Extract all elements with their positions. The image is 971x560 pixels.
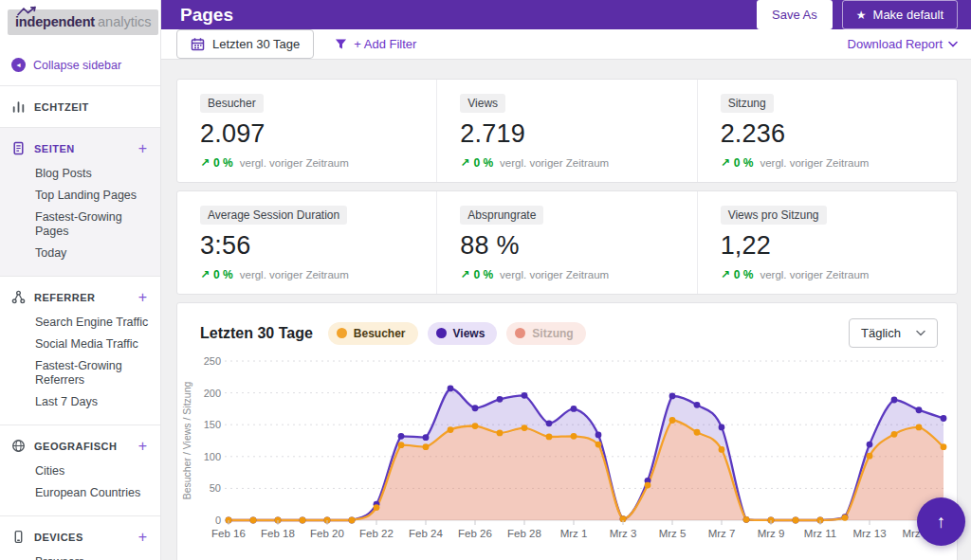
metric-change: ↗ 0 % vergl. voriger Zeitraum bbox=[200, 156, 413, 170]
section-items: Blog Posts Top Landing Pages Fastest-Gro… bbox=[0, 163, 160, 270]
sidebar-section-seiten: SEITEN + Blog Posts Top Landing Pages Fa… bbox=[0, 128, 160, 277]
sidebar-item-fastest-growing-referrers[interactable]: Fastest-Growing Referrers bbox=[0, 355, 160, 391]
metrics-row-1: Besucher 2.097 ↗ 0 % vergl. voriger Zeit… bbox=[176, 79, 958, 183]
metric-value: 2.097 bbox=[200, 119, 413, 149]
chart-title: Letzten 30 Tage bbox=[200, 325, 313, 342]
interval-selected-label: Täglich bbox=[861, 326, 901, 340]
svg-text:Mrz 5: Mrz 5 bbox=[659, 528, 687, 539]
metric-change: ↗ 0 % vergl. voriger Zeitraum bbox=[200, 268, 413, 281]
section-items: Cities European Countries bbox=[0, 461, 160, 510]
metric-card-sitzung: Sitzung 2.236 ↗ 0 % vergl. voriger Zeitr… bbox=[697, 80, 957, 182]
chevron-down-icon bbox=[916, 330, 925, 336]
download-report-button[interactable]: Download Report bbox=[848, 37, 958, 51]
metric-value: 2.236 bbox=[721, 119, 934, 149]
svg-text:100: 100 bbox=[204, 451, 221, 462]
save-as-button[interactable]: Save As bbox=[757, 0, 833, 29]
section-label: SEITEN bbox=[34, 143, 128, 154]
mobile-device-icon bbox=[11, 530, 26, 544]
sidebar-section-referrer: REFERRER + Search Engine Traffic Social … bbox=[0, 277, 160, 425]
section-label: REFERRER bbox=[34, 292, 128, 303]
sidebar-item-last-7-days[interactable]: Last 7 Days bbox=[0, 391, 160, 413]
sidebar-item-referrer[interactable]: REFERRER + bbox=[0, 282, 160, 312]
add-report-button[interactable]: + bbox=[137, 442, 149, 451]
add-report-button[interactable]: + bbox=[137, 293, 149, 302]
sidebar-item-browsers[interactable]: Browsers bbox=[0, 551, 160, 560]
sidebar-item-geografisch[interactable]: GEOGRAFISCH + bbox=[0, 431, 160, 461]
referrer-network-icon bbox=[11, 290, 26, 304]
metric-change-percent: 0 % bbox=[213, 268, 233, 281]
scroll-to-top-button[interactable]: ↑ bbox=[917, 497, 965, 546]
add-filter-button[interactable]: + Add Filter bbox=[335, 37, 416, 51]
metric-value: 3:56 bbox=[200, 231, 413, 261]
svg-text:Besucher / Views / Sitzung: Besucher / Views / Sitzung bbox=[181, 381, 192, 499]
metric-label: Sitzung bbox=[721, 94, 774, 113]
svg-text:250: 250 bbox=[204, 355, 221, 367]
arrow-up-icon: ↑ bbox=[937, 512, 946, 533]
collapse-sidebar-label: Collapse sidebar bbox=[33, 59, 121, 72]
metric-compare-label: vergl. voriger Zeitraum bbox=[760, 269, 869, 280]
svg-text:Feb 20: Feb 20 bbox=[310, 528, 344, 539]
independent-analytics-logo: independentanalytics bbox=[8, 9, 158, 35]
metric-card-besucher: Besucher 2.097 ↗ 0 % vergl. voriger Zeit… bbox=[177, 80, 436, 182]
svg-text:200: 200 bbox=[204, 388, 221, 399]
trend-up-icon: ↗ bbox=[200, 156, 210, 170]
sidebar-item-today[interactable]: Today bbox=[0, 243, 160, 264]
sidebar-item-top-landing-pages[interactable]: Top Landing Pages bbox=[0, 185, 160, 207]
metric-label: Views pro Sitzung bbox=[721, 206, 827, 225]
sidebar-item-social-media-traffic[interactable]: Social Media Traffic bbox=[0, 334, 160, 355]
sidebar-item-european-countries[interactable]: European Countries bbox=[0, 482, 160, 504]
metric-label: Views bbox=[460, 94, 505, 113]
add-report-button[interactable]: + bbox=[137, 144, 149, 154]
collapse-sidebar-button[interactable]: ◂ Collapse sidebar bbox=[0, 45, 160, 86]
add-report-button[interactable]: + bbox=[137, 533, 149, 542]
metric-change-percent: 0 % bbox=[734, 156, 754, 170]
sidebar-item-search-engine-traffic[interactable]: Search Engine Traffic bbox=[0, 312, 160, 334]
sidebar-item-echtzeit[interactable]: ECHTZEIT bbox=[0, 92, 160, 121]
sidebar-item-cities[interactable]: Cities bbox=[0, 461, 160, 482]
metric-label: Besucher bbox=[200, 94, 264, 113]
logo-row: independentanalytics bbox=[0, 0, 160, 45]
legend-dot-icon bbox=[436, 328, 447, 338]
svg-text:Feb 24: Feb 24 bbox=[409, 528, 443, 539]
section-label: DEVICES bbox=[34, 532, 128, 543]
chart-header: Letzten 30 Tage Besucher Views Sitzun bbox=[177, 303, 957, 353]
trend-up-icon: ↗ bbox=[721, 268, 730, 281]
realtime-bars-icon bbox=[11, 99, 26, 114]
section-items: Browsers OS bbox=[0, 551, 160, 560]
metric-label: Average Session Duration bbox=[200, 206, 347, 225]
svg-text:0: 0 bbox=[215, 515, 221, 526]
calendar-icon bbox=[191, 37, 205, 51]
metric-change: ↗ 0 % vergl. voriger Zeitraum bbox=[721, 268, 934, 281]
report-content: Besucher 2.097 ↗ 0 % vergl. voriger Zeit… bbox=[161, 60, 971, 560]
svg-text:50: 50 bbox=[210, 482, 221, 494]
logo-text-secondary: analytics bbox=[98, 14, 151, 29]
trend-up-icon: ↗ bbox=[200, 268, 210, 281]
interval-select[interactable]: Täglich bbox=[849, 318, 938, 348]
sidebar: independentanalytics ◂ Collapse sidebar … bbox=[0, 0, 161, 560]
make-default-button[interactable]: ★ Make default bbox=[842, 0, 958, 29]
svg-text:Mrz 1: Mrz 1 bbox=[560, 528, 588, 539]
svg-text:Mrz 3: Mrz 3 bbox=[610, 528, 637, 539]
sidebar-item-seiten[interactable]: SEITEN + bbox=[0, 134, 160, 163]
svg-text:Mrz 13: Mrz 13 bbox=[852, 528, 886, 539]
metric-value: 1,22 bbox=[721, 231, 934, 261]
legend-toggle-besucher[interactable]: Besucher bbox=[328, 322, 418, 345]
trend-up-icon: ↗ bbox=[460, 268, 469, 281]
sidebar-section-echtzeit: ECHTZEIT bbox=[0, 86, 160, 128]
chart-legend: Besucher Views Sitzung bbox=[328, 322, 849, 345]
svg-text:Mrz 7: Mrz 7 bbox=[708, 528, 736, 539]
sidebar-item-blog-posts[interactable]: Blog Posts bbox=[0, 163, 160, 185]
legend-label: Besucher bbox=[354, 327, 406, 340]
sidebar-item-devices[interactable]: DEVICES + bbox=[0, 522, 160, 551]
traffic-chart-card: Letzten 30 Tage Besucher Views Sitzun bbox=[176, 302, 958, 560]
star-icon: ★ bbox=[856, 9, 867, 21]
svg-text:Feb 26: Feb 26 bbox=[458, 528, 492, 539]
legend-toggle-sitzung[interactable]: Sitzung bbox=[506, 322, 585, 345]
make-default-label: Make default bbox=[873, 8, 944, 22]
sidebar-item-fastest-growing-pages[interactable]: Fastest-Growing Pages bbox=[0, 207, 160, 243]
legend-label: Views bbox=[453, 327, 486, 340]
metric-compare-label: vergl. voriger Zeitraum bbox=[240, 157, 349, 169]
date-range-button[interactable]: Letzten 30 Tage bbox=[176, 29, 314, 59]
app-window: independentanalytics ◂ Collapse sidebar … bbox=[0, 0, 971, 560]
legend-toggle-views[interactable]: Views bbox=[428, 322, 498, 345]
